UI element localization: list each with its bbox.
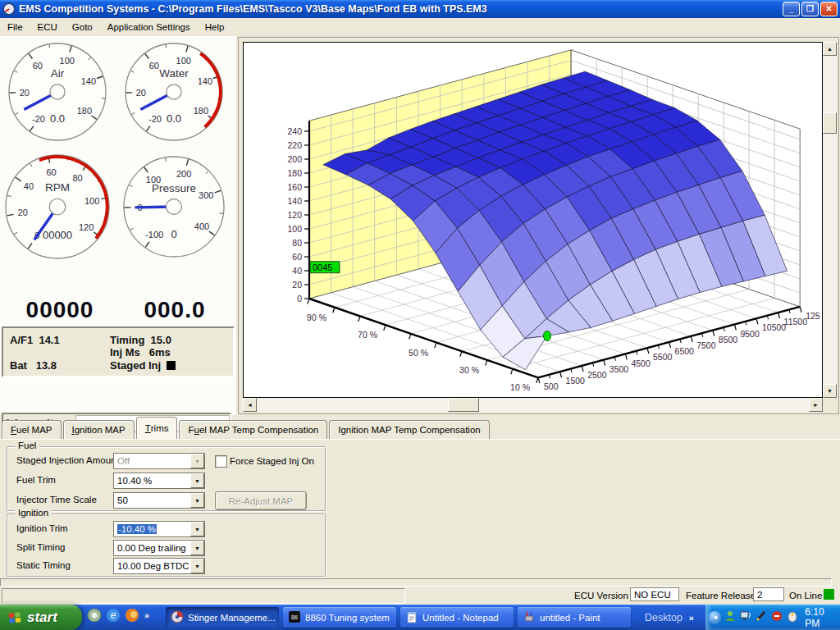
svg-text:60: 60	[46, 167, 56, 177]
tray-mouse-icon[interactable]	[786, 609, 799, 626]
svg-text:0: 0	[171, 228, 176, 240]
toolbar-chevron-icon[interactable]: »	[689, 613, 694, 623]
chart-vertical-scrollbar[interactable]: ▲ ▼	[823, 42, 837, 398]
svg-text:5500: 5500	[653, 352, 673, 362]
svg-text:240: 240	[287, 126, 302, 136]
dropdown-arrow-icon[interactable]: ▼	[190, 493, 204, 508]
start-button[interactable]: start	[0, 605, 82, 630]
svg-text:Air: Air	[51, 67, 65, 80]
taskbar-button-notepad[interactable]: Untitled - Notepad	[400, 607, 514, 628]
taskbar-button-stinger[interactable]: Stinger Manageme...	[166, 607, 279, 628]
menu-item-help[interactable]: Help	[198, 20, 232, 34]
quick-launch-chevron-icon[interactable]: »	[144, 610, 149, 620]
rpm-gauge: 020406080100120RPM00000	[3, 153, 112, 261]
tray-display-icon[interactable]	[739, 609, 752, 626]
svg-text:10500: 10500	[762, 322, 786, 332]
horizontal-scroll-thumb[interactable]	[448, 398, 479, 412]
quick-launch-firefox-icon[interactable]	[125, 608, 139, 623]
dropdown-arrow-icon[interactable]: ▼	[190, 522, 204, 536]
svg-text:30 %: 30 %	[459, 365, 479, 375]
taskbar-button-tuner[interactable]: 868860 Tuning system	[283, 607, 396, 628]
tab-fuel-map-temp-compensation[interactable]: Fuel MAP Temp Compensation	[179, 420, 327, 439]
task-label: 8860 Tuning system	[305, 613, 390, 623]
readjust-map-button[interactable]: Re-Adjust MAP	[215, 491, 307, 510]
task-label: untitled - Paint	[540, 613, 600, 623]
svg-text:90 %: 90 %	[307, 313, 326, 322]
tab-fuel-map[interactable]: Fuel MAP	[2, 420, 62, 439]
online-label: On Line	[789, 588, 822, 602]
svg-text:200: 200	[176, 169, 191, 179]
svg-text:100: 100	[60, 56, 75, 66]
dropdown-arrow-icon[interactable]: ▼	[190, 559, 204, 573]
status-message-panel	[2, 588, 405, 604]
pressure-gauge: -1000100200300400Pressure0	[121, 154, 226, 259]
fuel-map-3d-surface[interactable]: 020406080100120140160180200220240004590 …	[243, 42, 823, 398]
scroll-left-icon[interactable]: ◄	[243, 398, 257, 412]
taskbar-button-paint[interactable]: untitled - Paint	[518, 607, 631, 628]
ignition-group-label: Ignition	[15, 508, 52, 518]
chart-horizontal-scrollbar[interactable]: ◄ ►	[243, 398, 823, 412]
ecu-version-label: ECU Version	[574, 588, 628, 602]
svg-text:160: 160	[287, 182, 302, 192]
split-timing-value: 0.00 Deg trailing	[116, 541, 189, 555]
app-icon	[2, 2, 16, 16]
svg-text:60: 60	[149, 61, 159, 71]
quick-launch-media-icon[interactable]	[87, 608, 102, 623]
scroll-right-icon[interactable]: ►	[809, 398, 823, 412]
tab-ignition-map-temp-compensation[interactable]: Ignition MAP Temp Compensation	[329, 420, 489, 439]
paint-icon	[523, 610, 536, 625]
quick-launch-ie-icon[interactable]: e	[106, 608, 121, 623]
vertical-scroll-thumb[interactable]	[823, 112, 837, 134]
minimize-button[interactable]: _	[783, 2, 800, 16]
engine-info-panel: A/F1 14.1 Bat 13.8 Timing 15.0 Inj Ms 6m…	[2, 326, 235, 377]
instrument-panel: -202060100140180Air0.0 -202060100140180W…	[0, 36, 236, 415]
speed-readout: 000.0	[121, 297, 228, 323]
svg-text:2500: 2500	[587, 370, 607, 380]
ignition-trim-value: -10.40 %	[117, 524, 157, 534]
clock: 6:10 PM	[805, 606, 840, 629]
svg-text:70 %: 70 %	[358, 330, 377, 340]
tuner-icon: 86	[288, 610, 301, 625]
svg-text:300: 300	[199, 190, 213, 200]
menu-item-goto[interactable]: Goto	[65, 20, 100, 34]
svg-text:100: 100	[84, 196, 99, 206]
menu-item-ecu[interactable]: ECU	[30, 20, 65, 34]
fuel-trim-combo[interactable]: 10.40 % ▼	[113, 472, 205, 489]
title-bar: EMS Competition Systems - C:\Program Fil…	[0, 0, 840, 18]
tray-pen-icon[interactable]	[755, 609, 768, 626]
tab-trims[interactable]: Trims	[136, 417, 178, 439]
scroll-down-icon[interactable]: ▼	[823, 384, 837, 398]
scroll-up-icon[interactable]: ▲	[823, 42, 837, 56]
tray-alert-icon[interactable]	[770, 609, 783, 626]
task-label: Stinger Manageme...	[188, 613, 276, 623]
split-timing-combo[interactable]: 0.00 Deg trailing ▼	[113, 540, 205, 556]
ignition-trim-combo[interactable]: -10.40 % ▼	[113, 521, 205, 537]
force-staged-inj-checkbox[interactable]	[215, 455, 227, 468]
tab-ignition-map[interactable]: Ignition MAP	[63, 420, 135, 439]
system-tray: ◄ 6:10 PM	[705, 605, 840, 630]
injector-time-scale-combo[interactable]: 50 ▼	[113, 492, 205, 509]
svg-text:20: 20	[20, 88, 30, 98]
svg-text:-20: -20	[32, 114, 45, 124]
restore-button[interactable]: ❐	[801, 2, 819, 16]
timing-label: Timing	[110, 334, 144, 346]
close-button[interactable]: ✕	[820, 2, 838, 16]
svg-text:200: 200	[287, 154, 302, 164]
static-timing-label: Static Timing	[16, 560, 71, 570]
dropdown-arrow-icon[interactable]: ▼	[190, 541, 204, 555]
water-temp-gauge: -202060100140180Water0.0	[123, 41, 225, 143]
tray-messenger-icon[interactable]	[724, 609, 737, 626]
menu-item-application-settings[interactable]: Application Settings	[100, 20, 198, 34]
svg-text:100: 100	[287, 224, 302, 234]
dropdown-arrow-icon[interactable]: ▼	[190, 454, 204, 468]
svg-text:1500: 1500	[566, 376, 586, 386]
static-timing-value: 10.00 Deg BTDC	[116, 559, 189, 573]
desktop-toolbar[interactable]: Desktop »	[645, 605, 694, 630]
dropdown-arrow-icon[interactable]: ▼	[190, 473, 204, 488]
static-timing-combo[interactable]: 10.00 Deg BTDC ▼	[113, 558, 205, 574]
menu-item-file[interactable]: File	[0, 20, 30, 34]
window-title: EMS Competition Systems - C:\Program Fil…	[19, 3, 779, 15]
svg-text:80: 80	[292, 238, 302, 248]
tray-collapse-icon[interactable]: ◄	[709, 611, 721, 624]
staged-injection-amount-combo[interactable]: Off ▼	[113, 453, 205, 469]
